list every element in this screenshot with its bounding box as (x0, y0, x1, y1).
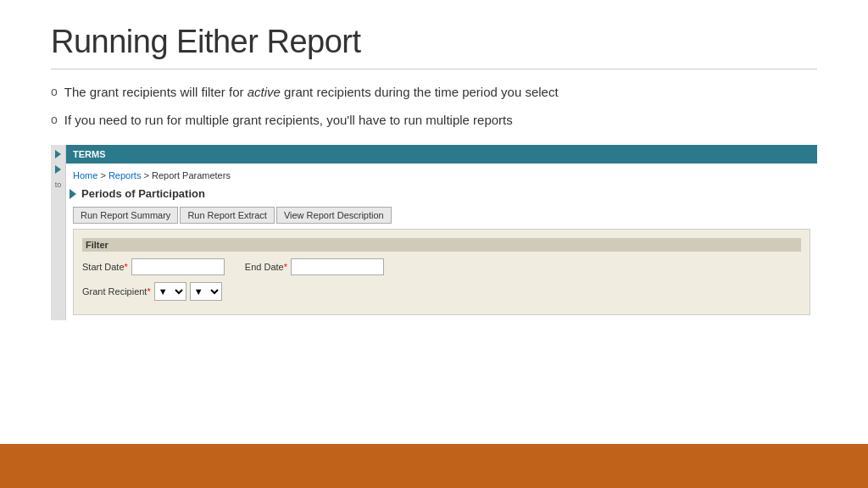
section-title: Periods of Participation (81, 187, 205, 200)
slide-title: Running Either Report (51, 24, 817, 60)
breadcrumb: Home > Reports > Report Parameters (66, 167, 817, 184)
date-filter-row: Start Date* End Date* (82, 258, 801, 275)
tab-view-report-description[interactable]: View Report Description (276, 207, 392, 224)
start-date-required: * (125, 262, 128, 272)
list-item: o If you need to run for multiple grant … (51, 111, 817, 130)
breadcrumb-reports[interactable]: Reports (108, 170, 142, 180)
breadcrumb-sep2: > (143, 170, 151, 180)
sidebar-arrow-icon-2 (55, 165, 61, 174)
screenshot-panel: to TERMS Home > Reports > Report Paramet… (51, 145, 817, 320)
bullet-circle: o (51, 111, 58, 129)
panel-header: TERMS (66, 145, 817, 164)
end-date-input[interactable] (291, 258, 384, 275)
grant-recipient-label: Grant Recipient* (82, 286, 151, 297)
section-arrow-icon (70, 189, 76, 199)
main-panel: TERMS Home > Reports > Report Parameters… (66, 145, 817, 320)
end-date-label: End Date* (245, 262, 287, 272)
title-divider (51, 69, 817, 69)
bullet-text: The grant recipients will filter for act… (64, 83, 559, 103)
breadcrumb-home[interactable]: Home (73, 170, 97, 180)
filter-title: Filter (82, 238, 801, 252)
bullet-text: If you need to run for multiple grant re… (64, 111, 513, 130)
tab-row: Run Report Summary Run Report Extract Vi… (66, 203, 817, 224)
sidebar-arrow-icon (55, 150, 61, 158)
start-date-input[interactable] (131, 258, 225, 275)
breadcrumb-sep1: > (100, 170, 108, 180)
sidebar-to-label: to (55, 180, 62, 189)
filter-section: Filter Start Date* End Date* (73, 229, 810, 315)
tab-run-report-summary[interactable]: Run Report Summary (73, 207, 178, 224)
grant-recipient-dropdown-2[interactable]: ▼ (190, 282, 222, 301)
section-title-row: Periods of Participation (66, 184, 817, 203)
panel-body: Home > Reports > Report Parameters Perio… (66, 164, 817, 315)
tab-run-report-extract[interactable]: Run Report Extract (180, 207, 275, 224)
bullet-circle: o (51, 83, 58, 101)
grant-recipient-required: * (147, 286, 150, 297)
grant-recipient-row: Grant Recipient* ▼ ▼ (82, 282, 801, 301)
breadcrumb-current: Report Parameters (152, 170, 231, 180)
end-date-required: * (284, 262, 287, 272)
list-item: o The grant recipients will filter for a… (51, 83, 817, 103)
start-date-label: Start Date* (82, 262, 128, 272)
panel-header-text: TERMS (73, 149, 106, 159)
grant-recipient-dropdown-1[interactable]: ▼ (154, 282, 186, 301)
bottom-bar (0, 444, 868, 488)
sidebar-strip: to (51, 145, 66, 320)
grant-recipient-dropdowns: ▼ ▼ (154, 282, 222, 301)
bullet-list: o The grant recipients will filter for a… (51, 83, 817, 130)
